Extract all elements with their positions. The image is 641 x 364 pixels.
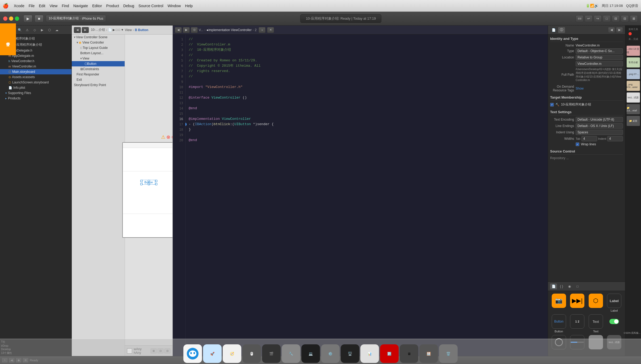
target-checkbox[interactable]: ✓: [550, 103, 554, 107]
obj-3d[interactable]: ⬡: [588, 294, 604, 312]
menu-product[interactable]: Product: [106, 4, 119, 8]
scene-view[interactable]: ▾ View: [72, 56, 125, 61]
traffic-light-yellow[interactable]: [9, 16, 13, 21]
toolbar-btn-1[interactable]: ≡≡: [576, 15, 584, 22]
file-item-main-storyboard[interactable]: ⬡ Main.storyboard: [0, 69, 71, 74]
toolbar-btn-7[interactable]: ⊠: [630, 15, 638, 22]
toolbar-btn-2[interactable]: ↩: [585, 15, 593, 22]
obj-textfield-item[interactable]: Text Text: [588, 314, 604, 333]
file-item-viewcontroller-m[interactable]: m ViewController.m: [0, 64, 71, 69]
storyboard-nav-back[interactable]: ◀: [74, 27, 81, 33]
obj-label-item[interactable]: Label Label: [606, 294, 623, 312]
scene-constraints[interactable]: ⊞ Constraints: [72, 66, 125, 72]
thumb-5[interactable]: ios1...试器: [627, 92, 640, 103]
inspector-nav-btn[interactable]: ◀: [608, 27, 615, 33]
wrap-lines-checkbox[interactable]: ✓: [576, 142, 579, 146]
scene-top-layout[interactable]: □ Top Layout Guide: [72, 45, 125, 50]
menu-help[interactable]: Help: [185, 4, 193, 8]
file-item-products[interactable]: ▸ Products: [0, 96, 71, 101]
toolbar-btn-5[interactable]: ⊟: [612, 15, 620, 22]
obj-camera[interactable]: 📷: [551, 294, 567, 312]
dock-settings[interactable]: ⚙️: [321, 344, 340, 363]
indent-value[interactable]: 4: [607, 136, 623, 141]
file-item-infoplist[interactable]: 📄 Info.plist: [0, 85, 71, 90]
indent-using-value[interactable]: Spaces: [576, 130, 623, 135]
thumb-2[interactable]: 车丹分析: [627, 57, 640, 67]
dock-finder[interactable]: [183, 344, 202, 363]
obj-segmented[interactable]: 1 2: [569, 314, 586, 333]
scheme-selector[interactable]: 10-应用程序对象介绍 › iPhone 6s Plus: [46, 15, 106, 22]
code-content[interactable]: // // ViewController.m // 10-应用程序对象介绍 //…: [185, 35, 548, 356]
file-item-launchscreen[interactable]: ⬡ LaunchScreen.storyboard: [0, 80, 71, 85]
toolbar-btn-3[interactable]: ↪: [594, 15, 602, 22]
nav-tab-debug[interactable]: ▶: [39, 27, 45, 33]
inspector-tab-quick[interactable]: ⓘ: [558, 27, 565, 33]
scene-exit[interactable]: Exit: [72, 77, 125, 82]
tab-value[interactable]: 4: [581, 136, 597, 141]
breadcrumb-num[interactable]: 2: [255, 28, 257, 32]
dock-launchpad[interactable]: 🚀: [203, 344, 222, 363]
nav-tab-tests[interactable]: ◇: [31, 27, 38, 33]
nav-tab-reports[interactable]: ☁: [54, 27, 60, 33]
traffic-light-green[interactable]: [15, 16, 19, 21]
toolbar-btn-4[interactable]: □: [603, 15, 611, 22]
dock-dark[interactable]: 🖥️: [341, 344, 359, 363]
folder-1[interactable]: 📁 ZJL...etail: [627, 104, 640, 114]
location-sub-value[interactable]: ViewController.m: [576, 61, 623, 66]
inspector-nav-btn2[interactable]: ▶: [616, 27, 623, 33]
inspector-tab-file[interactable]: 📄: [550, 27, 557, 33]
dock-safari[interactable]: 🧭: [223, 344, 241, 363]
breadcrumb-v[interactable]: V...: [199, 28, 203, 32]
menu-navigate[interactable]: Navigate: [73, 4, 88, 8]
location-value[interactable]: Relative to Group: [576, 55, 623, 60]
editor-nav-forward[interactable]: ▶: [183, 27, 190, 33]
dock-keynote[interactable]: 📊: [360, 344, 379, 363]
obj-button-item[interactable]: Button Button: [551, 314, 567, 333]
stop-button[interactable]: ■: [35, 15, 44, 22]
menu-source-control[interactable]: Source Control: [138, 4, 163, 8]
encoding-value[interactable]: Default - Unicode (UTF-8): [576, 117, 623, 122]
breadcrumb-add[interactable]: +: [259, 27, 265, 33]
folder-2[interactable]: 📁 桌面: [627, 116, 640, 126]
menu-view[interactable]: View: [49, 4, 57, 8]
file-item-supporting[interactable]: ▾ Supporting Files: [0, 90, 71, 96]
dock-terminal[interactable]: 💻: [301, 344, 320, 363]
file-item-viewcontroller-h[interactable]: h ViewController.h: [0, 58, 71, 64]
menu-edit[interactable]: Edit: [39, 4, 45, 8]
apple-menu[interactable]: 🍎: [3, 3, 9, 9]
obj-media[interactable]: ▶▶|: [569, 294, 586, 312]
editor-nav-related[interactable]: ⊙: [191, 27, 198, 33]
scene-button[interactable]: ⬡ Button: [72, 61, 125, 66]
show-button[interactable]: Show: [576, 87, 584, 90]
line-endings-value[interactable]: Default - OS X / Unix (LF): [576, 123, 623, 129]
scene-storyboard-entry[interactable]: Storyboard Entry Point: [72, 82, 125, 88]
obj-lib-tab-2[interactable]: { }: [558, 283, 565, 289]
obj-switch-item[interactable]: [606, 314, 623, 333]
menu-file[interactable]: File: [29, 4, 35, 8]
thumb-3[interactable]: ...png 07-...: [627, 69, 640, 79]
thumb-4[interactable]: ...png KSI...aster: [627, 81, 640, 91]
thumb-1[interactable]: ...xlsx 13-业绩: [627, 46, 640, 56]
scene-first-responder[interactable]: First Responder: [72, 72, 125, 77]
scene-bottom-layout[interactable]: Bottom Layout...: [72, 50, 125, 56]
run-button[interactable]: ▶: [23, 15, 32, 22]
scene-view-controller[interactable]: ▾ ◉ View Controller: [72, 40, 125, 45]
editor-nav-back[interactable]: ◀: [175, 27, 182, 33]
obj-lib-tab-4[interactable]: □: [574, 283, 581, 289]
file-item-assets[interactable]: ⊙ Assets.xcassets: [0, 74, 71, 80]
menu-debug[interactable]: Debug: [123, 4, 134, 8]
nav-tab-issues[interactable]: ⚠: [24, 27, 30, 33]
dock-tools[interactable]: 🔧: [282, 344, 300, 363]
dock-screen[interactable]: 🖥: [400, 344, 418, 363]
button-widget[interactable]: Button: [142, 180, 155, 185]
storyboard-button-label[interactable]: B Button: [135, 28, 149, 32]
traffic-light-red[interactable]: [3, 16, 7, 21]
dock-cursor[interactable]: 🖱️: [242, 344, 261, 363]
dock-trash[interactable]: 🗑️: [439, 344, 458, 363]
menu-editor[interactable]: Editor: [92, 4, 102, 8]
nav-tab-search[interactable]: 🔍: [16, 27, 23, 33]
breadcrumb-close[interactable]: ✕: [267, 27, 274, 33]
obj-lib-tab-3[interactable]: ◉: [566, 283, 573, 289]
dock-movie[interactable]: 🎬: [262, 344, 281, 363]
storyboard-nav-forward[interactable]: ▶: [82, 27, 89, 33]
